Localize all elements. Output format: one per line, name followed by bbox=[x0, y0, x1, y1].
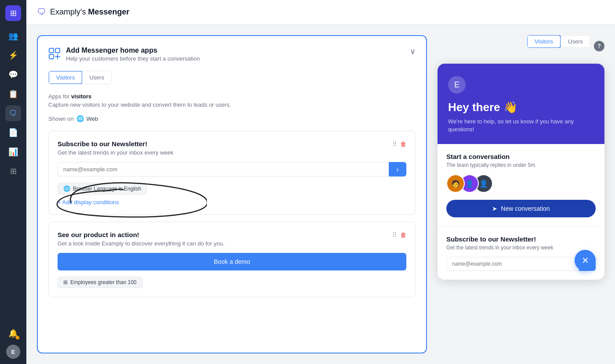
help-button[interactable]: ? bbox=[594, 41, 604, 51]
messenger-logo: E bbox=[448, 76, 466, 94]
section-subtitle: Help your customers before they start a … bbox=[66, 55, 200, 62]
sidebar-item-inbox[interactable]: 📋 bbox=[5, 86, 21, 102]
condition-icon: 🌐 bbox=[63, 185, 70, 192]
messenger-header: E Hey there 👋 We're here to help, so let… bbox=[438, 64, 604, 144]
right-panel: Visitors Users ? E Hey there 👋 We're her… bbox=[438, 35, 604, 353]
preview-tabs: Visitors Users bbox=[527, 35, 590, 48]
sidebar-item-reports[interactable]: 📄 bbox=[5, 125, 21, 141]
sidebar-item-messenger[interactable]: 🗨 bbox=[5, 105, 21, 121]
apps-icon bbox=[48, 47, 61, 61]
app-cards: Subscribe to our Newsletter! ⠿ 🗑 Get the… bbox=[48, 131, 416, 297]
platform-label: Web bbox=[87, 115, 98, 122]
sidebar-item-campaigns[interactable]: ⚡ bbox=[5, 47, 21, 63]
audience-tabs: Visitors Users bbox=[48, 71, 112, 84]
messenger-icon: 🗨 bbox=[37, 7, 46, 17]
start-conv-subtitle: The team typically replies in under 5m bbox=[446, 162, 596, 168]
messenger-newsletter-title: Subscribe to our Newsletter! bbox=[446, 235, 596, 243]
messenger-widget: E Hey there 👋 We're here to help, so let… bbox=[438, 64, 604, 280]
condition-badge: 🌐 Browser Language is English bbox=[58, 183, 147, 195]
newsletter-card-header: Subscribe to our Newsletter! ⠿ 🗑 bbox=[58, 140, 406, 148]
sidebar-item-widgets[interactable]: ⊞ bbox=[5, 163, 21, 179]
tab-visitors[interactable]: Visitors bbox=[48, 71, 83, 84]
messenger-widget-wrapper: E Hey there 👋 We're here to help, so let… bbox=[438, 64, 604, 280]
new-conversation-button[interactable]: ➤ New conversation bbox=[446, 200, 596, 217]
newsletter-card: Subscribe to our Newsletter! ⠿ 🗑 Get the… bbox=[48, 131, 416, 215]
delete-button[interactable]: 🗑 bbox=[400, 141, 406, 148]
messenger-newsletter-desc: Get the latest trends in your inbox ever… bbox=[446, 245, 596, 251]
sidebar: ⊞ 👥 ⚡ 💬 📋 🗨 📄 📊 ⊞ 🔔 E bbox=[0, 0, 26, 364]
section-header: Add Messenger home apps Help your custom… bbox=[48, 47, 416, 62]
messenger-email-group: › bbox=[446, 257, 596, 271]
preview-tab-users[interactable]: Users bbox=[561, 35, 590, 48]
main-area: 🗨 Examply's Messenger bbox=[26, 0, 615, 364]
messenger-greeting: Hey there 👋 bbox=[448, 101, 594, 114]
email-input[interactable] bbox=[58, 162, 389, 177]
avatar-1: 🧑 bbox=[446, 174, 465, 193]
employees-badge: ⊞ Employees greater than 100 bbox=[58, 277, 142, 288]
section-header-left: Add Messenger home apps Help your custom… bbox=[48, 47, 200, 62]
svg-rect-1 bbox=[55, 48, 60, 53]
product-card-actions: ⠿ 🗑 bbox=[392, 231, 406, 238]
preview-tab-visitors[interactable]: Visitors bbox=[527, 35, 561, 48]
product-card-desc: Get a look inside Examply to discover ev… bbox=[58, 240, 406, 247]
svg-rect-2 bbox=[49, 54, 54, 59]
card-actions: ⠿ 🗑 bbox=[392, 141, 406, 148]
send-icon: ➤ bbox=[492, 205, 497, 212]
sidebar-item-notifications[interactable]: 🔔 bbox=[5, 325, 21, 341]
sidebar-logo[interactable]: ⊞ bbox=[5, 5, 21, 21]
delete-button-2[interactable]: 🗑 bbox=[400, 231, 406, 238]
sidebar-item-chat[interactable]: 💬 bbox=[5, 67, 21, 83]
avatar-group: 🧑 👤 👤 bbox=[446, 174, 596, 193]
topbar: 🗨 Examply's Messenger bbox=[26, 0, 615, 25]
employees-text: Employees greater than 100 bbox=[70, 279, 137, 285]
left-panel: Add Messenger home apps Help your custom… bbox=[37, 35, 427, 353]
svg-rect-0 bbox=[49, 48, 54, 53]
drag-handle-icon-2[interactable]: ⠿ bbox=[392, 231, 397, 238]
employees-icon: ⊞ bbox=[63, 279, 68, 285]
start-conversation-card: Start a conversation The team typically … bbox=[438, 144, 604, 227]
drag-handle-icon[interactable]: ⠿ bbox=[392, 141, 397, 148]
tab-users[interactable]: Users bbox=[82, 71, 111, 84]
email-input-group: › bbox=[58, 162, 406, 177]
section-title: Add Messenger home apps bbox=[66, 47, 200, 54]
newsletter-card-desc: Get the latest trends in your inbox ever… bbox=[58, 149, 406, 156]
shown-on-label: Shown on bbox=[48, 115, 74, 122]
apps-desc: Capture new visitors to your website and… bbox=[48, 101, 416, 108]
condition-text: Browser Language is English bbox=[73, 186, 141, 192]
avatar[interactable]: E bbox=[6, 345, 20, 359]
product-card-header: See our product in action! ⠿ 🗑 bbox=[58, 231, 406, 238]
start-conv-title: Start a conversation bbox=[446, 153, 596, 160]
book-demo-button[interactable]: Book a demo bbox=[58, 253, 406, 270]
section-title-group: Add Messenger home apps Help your custom… bbox=[66, 47, 200, 62]
collapse-button[interactable]: ∨ bbox=[410, 47, 416, 56]
sidebar-item-analytics[interactable]: 📊 bbox=[5, 144, 21, 160]
shown-on: Shown on 🌐 Web bbox=[48, 115, 416, 122]
globe-icon: 🌐 bbox=[76, 115, 84, 122]
messenger-subtext: We're here to help, so let us know if yo… bbox=[448, 118, 594, 133]
email-submit-button[interactable]: › bbox=[389, 162, 406, 177]
newsletter-card-title: Subscribe to our Newsletter! bbox=[58, 140, 147, 148]
content-area: Add Messenger home apps Help your custom… bbox=[26, 25, 615, 364]
display-conditions: 🌐 Browser Language is English + Add disp… bbox=[58, 183, 406, 205]
right-tab-group: Visitors Users ? bbox=[438, 35, 604, 57]
notification-dot bbox=[16, 336, 19, 339]
product-card: See our product in action! ⠿ 🗑 Get a loo… bbox=[48, 222, 416, 297]
sidebar-item-users[interactable]: 👥 bbox=[5, 28, 21, 44]
product-card-title: See our product in action! bbox=[58, 231, 139, 238]
close-icon: ✕ bbox=[582, 255, 589, 266]
add-condition-button[interactable]: + Add display conditions bbox=[58, 199, 119, 205]
apps-label: Apps for visitors bbox=[48, 93, 416, 100]
messenger-email-input[interactable] bbox=[446, 257, 579, 271]
page-title: Examply's Messenger bbox=[50, 7, 130, 17]
